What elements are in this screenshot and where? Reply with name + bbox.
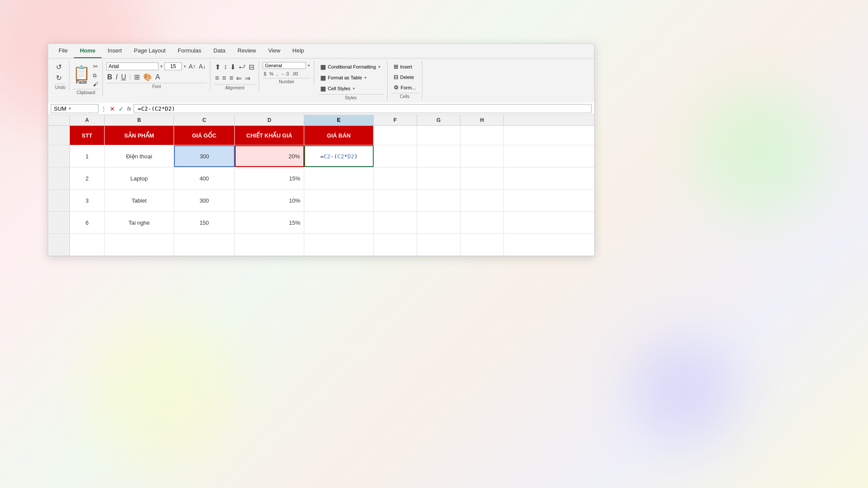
cell-c6[interactable]: [174, 234, 235, 255]
col-header-h[interactable]: H: [460, 115, 504, 125]
cell-b3[interactable]: Laptop: [105, 167, 174, 189]
cell-c4[interactable]: 300: [174, 190, 235, 211]
tab-formulas[interactable]: Formulas: [172, 44, 207, 58]
cell-e2[interactable]: =C2-(C2*D2): [304, 145, 374, 167]
paste-button[interactable]: 📋 Paste: [73, 66, 90, 85]
cell-a1[interactable]: STT: [70, 126, 105, 145]
tab-file[interactable]: File: [53, 44, 74, 58]
align-bottom-button[interactable]: ⬇: [229, 62, 237, 72]
cell-a2[interactable]: 1: [70, 145, 105, 167]
row-header-2[interactable]: [48, 145, 70, 167]
cell-f2[interactable]: [374, 145, 417, 167]
cell-h4[interactable]: [460, 190, 504, 211]
cell-g5[interactable]: [417, 212, 460, 233]
font-name-input[interactable]: [106, 62, 158, 70]
cell-styles-button[interactable]: ▦ Cell Styles ▼: [318, 84, 384, 93]
row-header-5[interactable]: [48, 212, 70, 233]
cell-e4[interactable]: [304, 190, 374, 211]
more-functions-button[interactable]: ⋮: [100, 105, 107, 113]
delete-button[interactable]: ⊟ Delete: [391, 72, 418, 82]
decrease-indent-button[interactable]: ⇐: [235, 73, 243, 83]
col-header-a[interactable]: A: [70, 115, 105, 125]
cell-b5[interactable]: Tai nghe: [105, 212, 174, 233]
fx-button[interactable]: fx: [126, 105, 132, 113]
font-size-dropdown[interactable]: ▼: [183, 65, 187, 69]
font-size-input[interactable]: [164, 62, 182, 70]
cell-h6[interactable]: [460, 234, 504, 255]
cell-a5[interactable]: 6: [70, 212, 105, 233]
cell-b1[interactable]: SẢN PHẨM: [105, 126, 174, 145]
cut-button[interactable]: ✂: [92, 62, 99, 71]
row-header-4[interactable]: [48, 190, 70, 211]
increase-decimal-button[interactable]: .00: [291, 71, 299, 77]
font-name-dropdown[interactable]: ▼: [160, 65, 163, 69]
col-header-e[interactable]: E: [304, 115, 374, 125]
row-header-1[interactable]: [48, 126, 70, 145]
cell-g2[interactable]: [417, 145, 460, 167]
align-top-button[interactable]: ⬆: [214, 62, 221, 72]
cell-d2[interactable]: 20%: [235, 145, 304, 167]
increase-font-button[interactable]: A↑: [188, 62, 197, 71]
cell-b2[interactable]: Điện thoại: [105, 145, 174, 167]
cell-b4[interactable]: Tablet: [105, 190, 174, 211]
cell-g6[interactable]: [417, 234, 460, 255]
cell-a4[interactable]: 3: [70, 190, 105, 211]
format-painter-button[interactable]: 🖌: [92, 80, 99, 88]
cell-c2[interactable]: 300: [174, 145, 235, 167]
cancel-button[interactable]: ✕: [109, 105, 116, 113]
col-header-f[interactable]: F: [374, 115, 417, 125]
percent-button[interactable]: %: [269, 70, 275, 77]
cell-f6[interactable]: [374, 234, 417, 255]
cell-d1[interactable]: CHIẾT KHẤU GIÁ: [235, 126, 304, 145]
cell-g3[interactable]: [417, 167, 460, 189]
col-header-b[interactable]: B: [105, 115, 174, 125]
border-button[interactable]: ⊞: [133, 72, 141, 82]
formula-input[interactable]: [134, 104, 592, 113]
cell-d4[interactable]: 10%: [235, 190, 304, 211]
col-header-d[interactable]: D: [235, 115, 304, 125]
decrease-font-button[interactable]: A↓: [198, 62, 207, 71]
comma-button[interactable]: ,: [276, 70, 279, 77]
format-button[interactable]: ⚙ Form...: [391, 83, 418, 92]
name-box-dropdown[interactable]: ▼: [68, 107, 72, 111]
row-header-3[interactable]: [48, 167, 70, 189]
align-left-button[interactable]: ≡: [214, 73, 220, 83]
name-box[interactable]: SUM ▼: [51, 104, 99, 113]
underline-button[interactable]: U: [120, 72, 127, 82]
cell-e6[interactable]: [304, 234, 374, 255]
cell-d3[interactable]: 15%: [235, 167, 304, 189]
bold-button[interactable]: B: [106, 72, 113, 82]
redo-button[interactable]: ↻: [55, 73, 62, 83]
tab-review[interactable]: Review: [231, 44, 262, 58]
tab-page-layout[interactable]: Page Layout: [128, 44, 172, 58]
cell-b6[interactable]: [105, 234, 174, 255]
col-header-g[interactable]: G: [417, 115, 460, 125]
italic-button[interactable]: I: [115, 72, 118, 82]
cell-g4[interactable]: [417, 190, 460, 211]
cell-a3[interactable]: 2: [70, 167, 105, 189]
cell-h3[interactable]: [460, 167, 504, 189]
cell-a6[interactable]: [70, 234, 105, 255]
cell-c1[interactable]: GIÁ GỐC: [174, 126, 235, 145]
number-format-dropdown[interactable]: ▼: [307, 64, 310, 68]
cell-f4[interactable]: [374, 190, 417, 211]
cell-h5[interactable]: [460, 212, 504, 233]
format-as-table-button[interactable]: ▦ Format as Table ▼: [318, 73, 384, 82]
undo-button[interactable]: ↺: [55, 62, 62, 72]
cell-g1[interactable]: [417, 126, 460, 145]
align-right-button[interactable]: ≡: [228, 73, 234, 83]
decrease-decimal-button[interactable]: ←.0: [280, 71, 289, 77]
increase-indent-button[interactable]: ⇒: [244, 73, 251, 83]
cell-d6[interactable]: [235, 234, 304, 255]
cell-f1[interactable]: [374, 126, 417, 145]
conditional-formatting-button[interactable]: ▦ Conditional Formatting ▼: [318, 62, 384, 72]
row-header-6[interactable]: [48, 234, 70, 255]
cell-f3[interactable]: [374, 167, 417, 189]
copy-button[interactable]: ⧉: [92, 72, 99, 79]
tab-help[interactable]: Help: [286, 44, 310, 58]
tab-home[interactable]: Home: [74, 44, 102, 58]
align-middle-button[interactable]: ↕: [223, 62, 228, 72]
cell-e3[interactable]: [304, 167, 374, 189]
wrap-text-button[interactable]: ⮐: [238, 62, 247, 72]
tab-view[interactable]: View: [262, 44, 286, 58]
